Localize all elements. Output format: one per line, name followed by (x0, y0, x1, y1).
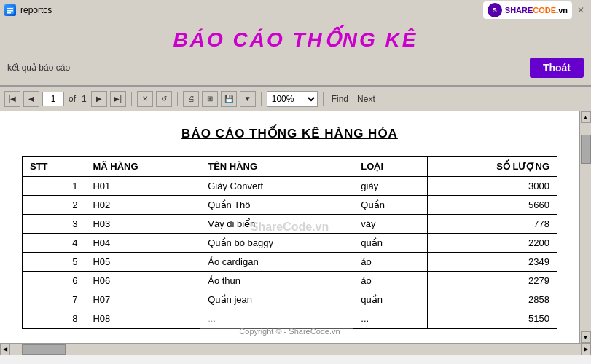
sharecode-icon: S (488, 3, 502, 17)
col-header-soluong: SỐ LƯỢNG (428, 157, 557, 177)
table-row: 7 H07 Quần jean quần 2858 (23, 290, 557, 309)
cell-loai: áo (353, 272, 428, 290)
cell-stt: 6 (23, 272, 85, 290)
main-report-title: BÁO CÁO THỐNG KÊ (173, 28, 418, 52)
table-row: 8 H08 ... ... 5150 (23, 309, 557, 329)
cell-loai: quần (353, 234, 428, 253)
toolbar-separator-3 (261, 92, 262, 106)
scroll-h-thumb[interactable] (22, 344, 66, 355)
col-header-stt: STT (23, 157, 85, 177)
next-page-button[interactable]: ▶ (91, 91, 107, 107)
cell-ma: H02 (85, 196, 200, 215)
close-button[interactable]: ✕ (575, 5, 587, 15)
cell-stt: 2 (23, 196, 85, 215)
layout-button[interactable]: ⊞ (202, 91, 218, 107)
cell-ten: ... (200, 309, 353, 329)
table-row: 5 H05 Áo cardigan áo 2349 (23, 253, 557, 272)
scrollbar-horizontal[interactable]: ◀ ▶ (0, 343, 591, 355)
table-row: 4 H04 Quần bò baggy quần 2200 (23, 234, 557, 253)
cell-soluong: 2349 (428, 253, 557, 272)
ket-qua-label: kết quả báo cáo (7, 63, 70, 73)
page-number-input[interactable] (42, 92, 64, 106)
stop-button[interactable]: ✕ (137, 91, 153, 107)
next-label[interactable]: Next (354, 94, 378, 104)
report-inner-title: BÁO CÁO THỐNG KÊ HÀNG HÓA (22, 126, 557, 141)
content-area: BÁO CÁO THỐNG KÊ HÀNG HÓA ShareCode.vn S… (0, 111, 591, 343)
table-row: 2 H02 Quần Thô Quần 5660 (23, 196, 557, 215)
cell-ma: H01 (85, 177, 200, 196)
cell-ten: Quần bò baggy (200, 234, 353, 253)
cell-soluong: 778 (428, 215, 557, 234)
cell-ma: H05 (85, 253, 200, 272)
cell-loai: áo (353, 253, 428, 272)
total-pages: 1 (80, 94, 88, 104)
scroll-right-button[interactable]: ▶ (581, 344, 591, 355)
cell-soluong: 5150 (428, 309, 557, 329)
cell-ma: H06 (85, 272, 200, 290)
cell-soluong: 3000 (428, 177, 557, 196)
cell-loai: Quần (353, 196, 428, 215)
cell-ma: H03 (85, 215, 200, 234)
header-row: kết quả báo cáo Thoát (7, 58, 584, 78)
sharecode-logo: S SHARECODE.vn (483, 1, 572, 19)
toolbar: |◀ ◀ of 1 ▶ ▶| ✕ ↺ 🖨 ⊞ 💾 ▼ 100% 75% 50% … (0, 87, 591, 111)
title-bar-left: reportcs (4, 4, 52, 16)
prev-page-button[interactable]: ◀ (23, 91, 39, 107)
svg-rect-1 (7, 8, 13, 9)
cell-ma: H07 (85, 290, 200, 309)
sharecode-text: SHARECODE.vn (505, 6, 568, 15)
cell-stt: 4 (23, 234, 85, 253)
main-header: BÁO CÁO THỐNG KÊ kết quả báo cáo Thoát (0, 20, 591, 87)
of-label: of (67, 94, 77, 104)
last-page-button[interactable]: ▶| (110, 91, 126, 107)
dropdown-button[interactable]: ▼ (240, 91, 256, 107)
col-header-ma: MÃ HÀNG (85, 157, 200, 177)
toolbar-separator-2 (177, 92, 178, 106)
cell-ten: Áo thun (200, 272, 353, 290)
table-row: 6 H06 Áo thun áo 2279 (23, 272, 557, 290)
table-row: 3 H03 Váy đi biển váy 778 (23, 215, 557, 234)
cell-ma: H04 (85, 234, 200, 253)
cell-ma: H08 (85, 309, 200, 329)
cell-stt: 1 (23, 177, 85, 196)
cell-ten: Quần Thô (200, 196, 353, 215)
col-header-loai: LOẠI (353, 157, 428, 177)
app-icon (4, 4, 16, 16)
cell-loai: giày (353, 177, 428, 196)
cell-ten: Quần jean (200, 290, 353, 309)
scroll-left-button[interactable]: ◀ (0, 344, 10, 355)
cell-stt: 8 (23, 309, 85, 329)
cell-stt: 3 (23, 215, 85, 234)
report-area: BÁO CÁO THỐNG KÊ HÀNG HÓA ShareCode.vn S… (0, 111, 579, 343)
scrollbar-vertical[interactable]: ▲ ▼ (579, 111, 591, 343)
cell-soluong: 5660 (428, 196, 557, 215)
title-bar: reportcs S SHARECODE.vn ✕ (0, 0, 591, 20)
export-button[interactable]: 💾 (221, 91, 237, 107)
report-table: STT MÃ HÀNG TÊN HÀNG LOẠI SỐ LƯỢNG 1 H01… (22, 156, 557, 329)
table-row: 1 H01 Giày Convert giày 3000 (23, 177, 557, 196)
scroll-down-button[interactable]: ▼ (581, 331, 591, 343)
cell-stt: 5 (23, 253, 85, 272)
find-label: Find (329, 94, 351, 104)
cell-loai: ... (353, 309, 428, 329)
col-header-ten: TÊN HÀNG (200, 157, 353, 177)
svg-rect-3 (7, 12, 11, 14)
zoom-select[interactable]: 100% 75% 50% 150% (267, 91, 318, 107)
first-page-button[interactable]: |◀ (4, 91, 20, 107)
cell-soluong: 2279 (428, 272, 557, 290)
cell-loai: váy (353, 215, 428, 234)
toolbar-separator-1 (131, 92, 132, 106)
cell-stt: 7 (23, 290, 85, 309)
scroll-thumb[interactable] (581, 135, 591, 164)
thoat-button[interactable]: Thoát (530, 58, 584, 78)
print-button[interactable]: 🖨 (183, 91, 199, 107)
refresh-button[interactable]: ↺ (156, 91, 172, 107)
svg-rect-2 (7, 10, 13, 12)
cell-loai: quần (353, 290, 428, 309)
cell-ten: Áo cardigan (200, 253, 353, 272)
cell-soluong: 2200 (428, 234, 557, 253)
scroll-up-button[interactable]: ▲ (581, 111, 591, 123)
copyright: Copyright © - ShareCode.vn (239, 327, 340, 336)
cell-ten: Giày Convert (200, 177, 353, 196)
cell-soluong: 2858 (428, 290, 557, 309)
